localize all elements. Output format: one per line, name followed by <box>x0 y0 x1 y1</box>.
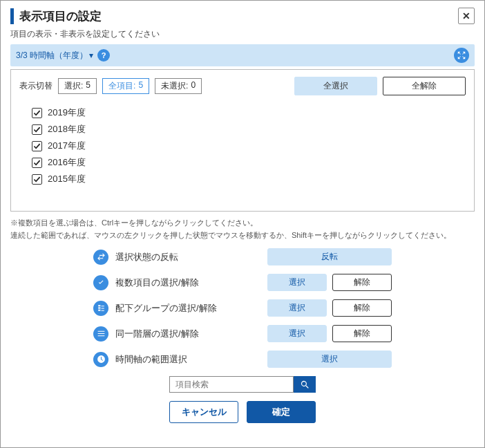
switch-label: 表示切替 <box>19 80 53 92</box>
search-input[interactable] <box>169 376 294 393</box>
all-count-box: 全項目: 5 <box>102 78 149 94</box>
list-item[interactable]: 2017年度 <box>32 140 466 152</box>
invert-button[interactable]: 反転 <box>267 248 392 265</box>
tab-left: 3/3 時間軸（年度） ▾ ? <box>16 49 110 62</box>
action-row-multi: 複数項目の選択/解除 選択 解除 <box>93 274 475 291</box>
content-box: 表示切替 選択: 5 全項目: 5 未選択: 0 全選択 全解除 2019年度 <box>10 69 475 212</box>
deselect-button[interactable]: 解除 <box>332 325 392 342</box>
select-button[interactable]: 選択 <box>267 325 327 342</box>
action-row-group: 配下グループの選択/解除 選択 解除 <box>93 299 475 317</box>
footer-buttons: キャンセル 確定 <box>10 401 475 423</box>
year-label: 2015年度 <box>48 173 86 185</box>
tree-icon <box>93 301 108 316</box>
action-row-invert: 選択状態の反転 反転 <box>93 248 475 265</box>
close-button[interactable]: ✕ <box>458 8 475 24</box>
check-icon <box>33 176 41 183</box>
dialog-subtitle: 項目の表示・非表示を設定してください <box>10 28 475 40</box>
search-row <box>10 376 475 393</box>
close-icon: ✕ <box>462 10 470 21</box>
hint-text: ※複数項目を選ぶ場合は、Ctrlキーを押しながらクリックしてください。 連続した… <box>10 217 475 241</box>
settings-dialog: 表示項目の設定 ✕ 項目の表示・非表示を設定してください 3/3 時間軸（年度）… <box>0 0 485 448</box>
select-all-button[interactable]: 全選択 <box>294 77 377 95</box>
deselect-button[interactable]: 解除 <box>332 274 392 291</box>
select-button[interactable]: 選択 <box>267 274 327 291</box>
swap-icon <box>93 250 108 265</box>
select-button[interactable]: 選択 <box>267 299 327 317</box>
tab-bar: 3/3 時間軸（年度） ▾ ? <box>10 44 475 66</box>
action-row-same-level: 同一階層の選択/解除 選択 解除 <box>93 325 475 342</box>
checkbox[interactable] <box>32 174 42 185</box>
search-button[interactable] <box>294 376 316 393</box>
clock-icon <box>93 352 108 367</box>
year-label: 2019年度 <box>48 106 86 119</box>
action-rows: 選択状態の反転 反転 複数項目の選択/解除 選択 解除 配下グループの選択/解除… <box>10 248 475 368</box>
action-label: 複数項目の選択/解除 <box>115 277 240 289</box>
check-circle-icon <box>93 275 108 290</box>
action-label: 選択状態の反転 <box>115 251 240 263</box>
dialog-title: 表示項目の設定 <box>10 8 102 24</box>
checkbox[interactable] <box>32 124 42 135</box>
action-label: 配下グループの選択/解除 <box>115 302 240 315</box>
deselect-button[interactable]: 解除 <box>332 299 392 317</box>
check-icon <box>33 142 41 150</box>
action-label: 時間軸の範囲選択 <box>115 353 240 366</box>
checkbox[interactable] <box>32 141 42 151</box>
check-icon <box>33 126 41 133</box>
deselect-all-button[interactable]: 全解除 <box>383 77 466 95</box>
tab-selected-label: 3/3 時間軸（年度） <box>16 50 88 62</box>
list-icon <box>93 326 108 342</box>
dialog-header: 表示項目の設定 ✕ <box>10 8 475 24</box>
expand-icon[interactable] <box>454 48 469 63</box>
expand-arrows-icon <box>457 50 466 60</box>
year-label: 2016年度 <box>48 156 86 169</box>
check-icon <box>33 109 41 117</box>
toolbar: 表示切替 選択: 5 全項目: 5 未選択: 0 全選択 全解除 <box>19 77 466 95</box>
list-item[interactable]: 2019年度 <box>32 106 466 119</box>
search-icon <box>300 380 310 390</box>
confirm-button[interactable]: 確定 <box>247 401 316 423</box>
unselected-count-box: 未選択: 0 <box>155 78 202 94</box>
list-item[interactable]: 2018年度 <box>32 123 466 136</box>
check-icon <box>33 159 41 167</box>
action-label: 同一階層の選択/解除 <box>115 328 240 340</box>
help-icon[interactable]: ? <box>97 49 110 62</box>
action-row-time-range: 時間軸の範囲選択 選択 <box>93 351 475 368</box>
select-button[interactable]: 選択 <box>267 351 392 368</box>
selected-count-box: 選択: 5 <box>58 78 97 94</box>
checkbox[interactable] <box>32 158 42 168</box>
cancel-button[interactable]: キャンセル <box>169 401 238 423</box>
year-label: 2017年度 <box>48 140 86 152</box>
checkbox[interactable] <box>32 108 42 118</box>
list-item[interactable]: 2016年度 <box>32 156 466 169</box>
list-item[interactable]: 2015年度 <box>32 173 466 185</box>
year-list: 2019年度 2018年度 2017年度 2016年度 2015年度 <box>19 106 466 185</box>
chevron-down-icon: ▾ <box>89 50 93 60</box>
tab-select[interactable]: 3/3 時間軸（年度） ▾ <box>16 50 93 62</box>
year-label: 2018年度 <box>48 123 86 136</box>
